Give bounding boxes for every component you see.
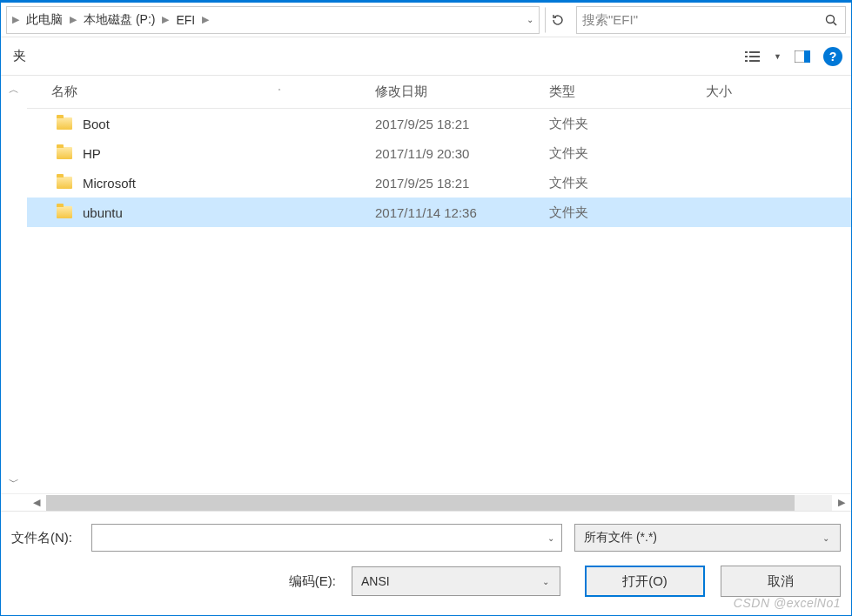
search-icon[interactable] [824,13,838,27]
item-date: 2017/9/25 18:21 [375,176,549,191]
encoding-label: 编码(E): [289,573,336,590]
refresh-icon [551,13,565,27]
file-type-filter[interactable]: 所有文件 (*.*) ⌄ [574,524,841,552]
item-type: 文件夹 [549,145,706,162]
list-icon [745,50,761,63]
svg-rect-4 [745,56,748,57]
folder-icon [57,147,72,159]
filename-label: 文件名(N): [11,530,91,546]
breadcrumb[interactable]: ▶ 此电脑 ▶ 本地磁盘 (P:) ▶ EFI ▶ ⌄ [6,6,540,34]
pane-icon [795,50,810,63]
item-name: Microsoft [83,176,136,191]
column-name[interactable]: 名称 ˄ [27,84,375,100]
help-button[interactable]: ? [823,47,842,66]
toolbar: 夹 ▼ ? [1,37,851,76]
chevron-down-icon[interactable]: ⌄ [546,533,556,543]
svg-rect-9 [804,50,810,63]
address-bar: ▶ 此电脑 ▶ 本地磁盘 (P:) ▶ EFI ▶ ⌄ [1,3,851,37]
scroll-left-icon[interactable]: ◀ [27,497,46,508]
svg-rect-6 [745,60,748,62]
file-list: 名称 ˄ 修改日期 类型 大小 Boot 2017/9/25 18:21 文件夹… [27,76,851,493]
folder-icon [57,206,72,218]
chevron-down-icon[interactable]: ⌄ [525,15,535,24]
sort-indicator-icon: ˄ [278,88,281,96]
item-date: 2017/11/9 20:30 [375,146,549,161]
folder-icon [57,177,72,189]
svg-rect-5 [749,56,760,57]
filename-combobox[interactable]: ⌄ [91,524,562,552]
chevron-right-icon[interactable]: ▶ [160,14,171,25]
column-name-label: 名称 [51,84,77,100]
dialog-footer: 文件名(N): ⌄ 所有文件 (*.*) ⌄ 编码(E): ANSI ⌄ 打开(… [1,511,851,606]
chevron-down-icon: ⌄ [540,577,551,586]
item-name: HP [83,146,101,161]
breadcrumb-item[interactable]: 此电脑 [21,12,68,28]
watermark: CSDN @excelNo1 [734,596,841,610]
search-input[interactable] [582,12,840,27]
svg-rect-2 [745,51,748,53]
chevron-right-icon[interactable]: ▶ [68,14,78,25]
list-item[interactable]: Boot 2017/9/25 18:21 文件夹 [27,109,851,138]
chevron-down-icon: ⌄ [821,533,831,543]
folder-icon [57,117,72,130]
chevron-down-icon[interactable]: ﹀ [5,472,23,493]
item-name: Boot [83,117,110,131]
item-type: 文件夹 [549,204,706,221]
chevron-right-icon[interactable]: ▶ [200,14,211,25]
item-date: 2017/11/14 12:36 [375,205,549,220]
encoding-select[interactable]: ANSI ⌄ [352,566,560,596]
item-type: 文件夹 [549,116,706,132]
search-box[interactable] [576,6,846,34]
column-headers: 名称 ˄ 修改日期 类型 大小 [27,76,851,109]
cancel-button[interactable]: 取消 [721,566,841,597]
column-size[interactable]: 大小 [706,84,851,100]
horizontal-scrollbar[interactable]: ◀ ▶ [1,493,851,511]
nav-pane-edge: ︿ ﹀ [1,76,27,493]
list-item[interactable]: Microsoft 2017/9/25 18:21 文件夹 [27,168,851,198]
item-name: ubuntu [83,205,123,220]
list-item[interactable]: ubuntu 2017/11/14 12:36 文件夹 [27,198,851,227]
scroll-right-icon[interactable]: ▶ [832,497,851,508]
view-details-button[interactable] [741,44,765,69]
chevron-right-icon[interactable]: ▶ [10,14,21,25]
toolbar-left-label: 夹 [10,48,26,64]
filename-input[interactable] [97,531,546,546]
refresh-button[interactable] [545,7,571,33]
encoding-value: ANSI [361,574,390,588]
svg-line-1 [834,22,837,25]
preview-pane-button[interactable] [790,44,815,69]
list-item[interactable]: HP 2017/11/9 20:30 文件夹 [27,138,851,168]
column-date[interactable]: 修改日期 [375,84,549,100]
svg-point-0 [827,15,835,23]
svg-rect-7 [749,60,760,62]
scrollbar-thumb[interactable] [46,495,795,511]
item-type: 文件夹 [549,175,706,191]
breadcrumb-item[interactable]: 本地磁盘 (P:) [78,12,160,28]
svg-rect-3 [749,51,760,53]
question-icon: ? [829,50,837,64]
main-area: ︿ ﹀ 名称 ˄ 修改日期 类型 大小 Boot 2017/9/25 18:21… [1,76,851,493]
chevron-down-icon[interactable]: ▼ [774,52,782,61]
open-button[interactable]: 打开(O) [585,566,705,597]
chevron-up-icon[interactable]: ︿ [5,79,23,101]
item-date: 2017/9/25 18:21 [375,117,549,131]
column-type[interactable]: 类型 [549,84,706,100]
breadcrumb-item[interactable]: EFI [171,13,200,27]
filter-label: 所有文件 (*.*) [584,530,657,546]
scrollbar-track[interactable] [46,495,832,511]
